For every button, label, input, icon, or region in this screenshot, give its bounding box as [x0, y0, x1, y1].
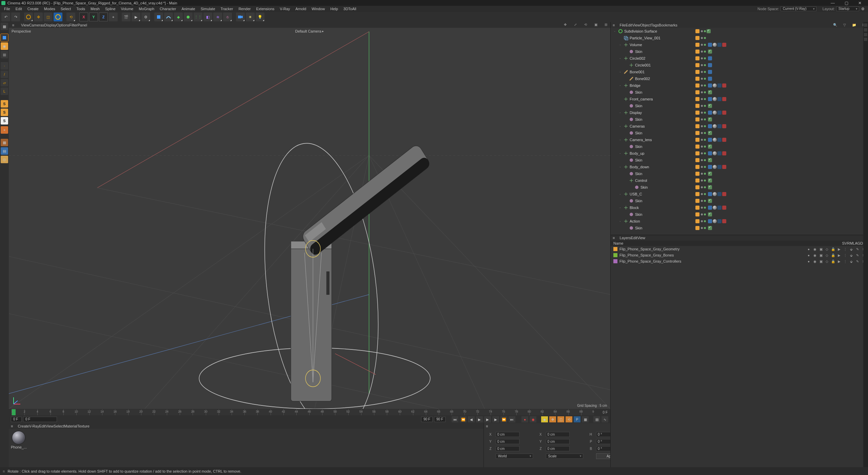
om-tag-layer-icon[interactable] [695, 145, 699, 149]
menu-edit[interactable]: Edit [13, 7, 25, 11]
om-tag-sp-icon[interactable] [707, 83, 707, 88]
om-tag-dot2-icon[interactable] [704, 30, 706, 32]
om-tag-ph-icon[interactable] [722, 111, 726, 115]
om-row-circle001[interactable]: Circle001 [611, 62, 868, 69]
om-row-display[interactable]: -Display [611, 109, 868, 116]
om-tag-dot2-icon[interactable] [704, 57, 706, 59]
axis-mode[interactable]: L [1, 88, 8, 95]
om-tag-layer-icon[interactable] [695, 185, 699, 189]
om-row-bone001[interactable]: -Bone001 [611, 69, 868, 75]
om-tag-sp-icon[interactable] [707, 151, 707, 155]
om-tag-dot1-icon[interactable] [701, 200, 703, 202]
om-tag-sp-icon[interactable] [707, 178, 707, 183]
key-pla-button[interactable]: ▦ [582, 416, 589, 422]
layer-flag-G[interactable]: ⋮ [843, 247, 848, 251]
om-tag-layer-icon[interactable] [695, 90, 699, 94]
om-tag-dot2-icon[interactable] [704, 220, 706, 222]
fcurve-button[interactable]: ∿ [601, 416, 608, 422]
om-tag-vr-icon[interactable] [708, 124, 712, 128]
om-tag-dot2-icon[interactable] [704, 227, 706, 229]
om-tag-dot1-icon[interactable] [701, 132, 703, 134]
viewport-solo-button[interactable]: ▤ [1, 147, 8, 155]
om-tag-layer-icon[interactable] [695, 77, 699, 81]
om-tag-dot1-icon[interactable] [701, 179, 703, 182]
ommenu-file[interactable]: File [619, 23, 626, 27]
om-tag-vr2-icon[interactable] [717, 192, 722, 196]
lmmenu-view[interactable]: View [637, 236, 645, 240]
om-tag-vr2-icon[interactable] [717, 97, 722, 101]
om-tag-layer-icon[interactable] [695, 36, 699, 40]
menu-volume[interactable]: Volume [118, 7, 136, 11]
layer-swatch-icon[interactable] [613, 259, 617, 263]
om-tag-ph-icon[interactable] [722, 83, 726, 88]
om-tag-dot1-icon[interactable] [701, 139, 703, 141]
window-maximize-button[interactable]: ▢ [840, 1, 853, 5]
layer-flag-M[interactable]: ◇ [825, 247, 829, 251]
om-tag-dot1-icon[interactable] [701, 118, 703, 120]
om-tag-dot2-icon[interactable] [704, 173, 706, 175]
om-tag-dot1-icon[interactable] [701, 166, 703, 168]
ommenu-tags[interactable]: Tags [651, 23, 659, 27]
workplane-mode[interactable]: ▦ [1, 51, 8, 58]
key-param-button[interactable]: P [574, 416, 580, 422]
matmenu-edit[interactable]: Edit [39, 424, 45, 428]
layer-flag-R[interactable]: ▣ [818, 247, 823, 251]
om-tag-chk-icon[interactable] [708, 185, 712, 189]
om-tag-dot2-icon[interactable] [704, 125, 706, 127]
timeline-current-field[interactable]: 0 F [23, 417, 57, 422]
om-tag-ph-icon[interactable] [722, 43, 726, 47]
layer-flag-E[interactable]: ✎ [855, 253, 860, 257]
om-tag-dot2-icon[interactable] [704, 132, 706, 134]
menu-modes[interactable]: Modes [41, 7, 58, 11]
timeline-ruler[interactable]: 0246810121416182022242628303234363840424… [9, 409, 610, 416]
add-scene-button[interactable]: ⎋ [223, 13, 232, 21]
om-tag-ph-icon[interactable] [722, 219, 726, 223]
om-tag-sp-icon[interactable] [707, 172, 707, 176]
om-tag-sp-icon[interactable] [707, 104, 707, 108]
dock-tab-3[interactable] [864, 33, 867, 36]
viewport-nav-icon-4[interactable]: ▣ [593, 23, 598, 27]
om-tag-dot1-icon[interactable] [701, 146, 703, 148]
om-tag-mat-icon[interactable] [713, 111, 717, 115]
om-tag-sp-icon[interactable] [707, 138, 707, 142]
om-tag-ph-icon[interactable] [722, 192, 726, 196]
menu-simulate[interactable]: Simulate [198, 7, 218, 11]
record-button[interactable]: ● [521, 416, 528, 422]
om-burger-icon[interactable]: ≡ [613, 23, 615, 27]
polygon-mode[interactable]: ▱ [1, 79, 8, 87]
om-tag-vr-icon[interactable] [708, 97, 712, 101]
om-tag-vr-icon[interactable] [708, 219, 712, 223]
om-tag-sp-icon[interactable] [707, 206, 707, 210]
om-tag-dot1-icon[interactable] [701, 193, 703, 195]
redo-button[interactable]: ↷ [11, 13, 20, 21]
om-tag-vr-icon[interactable] [708, 192, 712, 196]
menu-character[interactable]: Character [157, 7, 179, 11]
key-scale-button[interactable]: ◫ [557, 416, 564, 422]
render-pictureviewer-button[interactable]: ▶ [132, 13, 140, 21]
om-tag-dot2-icon[interactable] [704, 159, 706, 161]
om-tag-vr2-icon[interactable] [717, 43, 722, 47]
viewport-nav-icon-1[interactable]: ✥ [563, 23, 568, 27]
om-expand-icon[interactable]: - [618, 165, 622, 169]
layer-flag-A[interactable]: ▶ [837, 253, 842, 257]
om-tag-dot1-icon[interactable] [701, 152, 703, 154]
om-tag-sp-icon[interactable] [707, 158, 707, 162]
size-x-field[interactable] [546, 432, 570, 437]
om-tag-chk-icon[interactable] [708, 131, 712, 135]
lock-x-axis[interactable]: X [79, 13, 88, 21]
om-tag-dot1-icon[interactable] [701, 44, 703, 46]
layer-flag-D[interactable]: ⬙ [849, 253, 854, 257]
om-tag-layer-icon[interactable] [695, 83, 699, 88]
om-tag-dot2-icon[interactable] [704, 213, 706, 215]
add-generator-button[interactable]: ◆ [174, 13, 183, 21]
om-tag-layer-icon[interactable] [695, 151, 699, 155]
vpmenu-cameras[interactable]: Cameras [29, 23, 44, 27]
om-tag-sp-icon[interactable] [707, 70, 707, 74]
om-row-circle002[interactable]: -Circle002 [611, 55, 868, 62]
om-tag-ph-icon[interactable] [722, 165, 726, 169]
om-tag-ph-icon[interactable] [722, 138, 726, 142]
om-tag-layer-icon[interactable] [695, 70, 699, 74]
menu-tracker[interactable]: Tracker [218, 7, 236, 11]
om-tag-layer-icon[interactable] [695, 97, 699, 101]
layer-flag-D[interactable]: ⬙ [849, 260, 854, 263]
